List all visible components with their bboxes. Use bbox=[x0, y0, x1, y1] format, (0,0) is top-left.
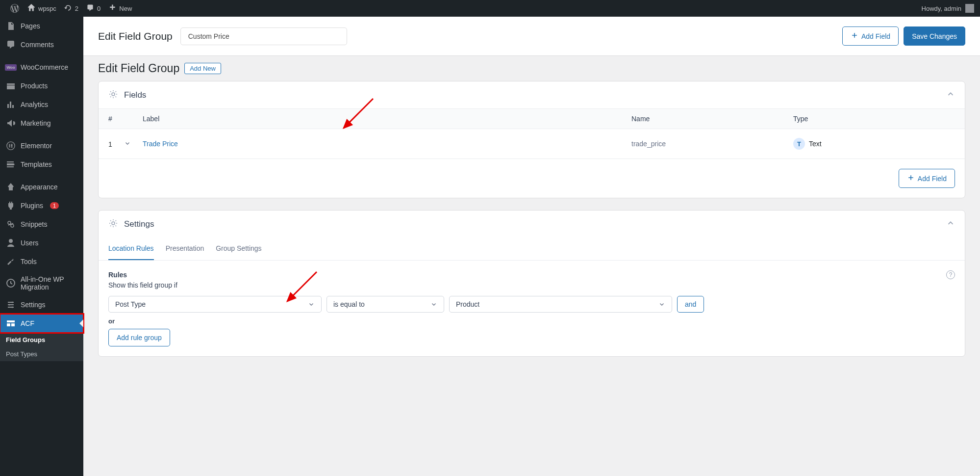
avatar bbox=[965, 4, 974, 13]
sidebar-item-elementor[interactable]: Elementor bbox=[0, 136, 83, 155]
sidebar-item-woocommerce[interactable]: WooWooCommerce bbox=[0, 58, 83, 77]
row-name: trade_price bbox=[631, 140, 793, 148]
site-name-link[interactable]: wpspc bbox=[24, 0, 60, 17]
fields-card: Fields # Label Name Type 1 Trade Price t… bbox=[98, 81, 965, 198]
sidebar-item-comments[interactable]: Comments bbox=[0, 35, 83, 54]
submenu-post-types[interactable]: Post Types bbox=[0, 347, 83, 361]
main-content: Edit Field Group Add Field Save Changes … bbox=[83, 17, 980, 383]
help-icon[interactable]: ? bbox=[946, 270, 955, 279]
tools-icon bbox=[6, 257, 16, 266]
gear-icon bbox=[108, 89, 118, 101]
admin-bar-left: wpspc 2 0 New bbox=[6, 0, 136, 17]
group-name-input[interactable] bbox=[180, 27, 347, 45]
comments-link[interactable]: 0 bbox=[82, 0, 104, 17]
rule-value-select[interactable]: Product bbox=[449, 296, 672, 313]
settings-card: Settings Location Rules Presentation Gro… bbox=[98, 210, 965, 357]
rule-row: Post Type is equal to Product and bbox=[108, 296, 955, 313]
chevron-down-icon[interactable] bbox=[124, 140, 131, 147]
svg-point-7 bbox=[112, 222, 115, 225]
sidebar-item-appearance[interactable]: Appearance bbox=[0, 178, 83, 196]
col-name: Name bbox=[631, 115, 793, 123]
rules-sublabel: Show this field group if bbox=[108, 281, 955, 289]
plus-icon bbox=[851, 31, 858, 41]
sidebar-item-templates[interactable]: Templates bbox=[0, 155, 83, 174]
admin-bar-right[interactable]: Howdy, admin bbox=[922, 4, 974, 13]
site-name: wpspc bbox=[38, 5, 56, 12]
sidebar-item-settings[interactable]: Settings bbox=[0, 295, 83, 314]
field-row[interactable]: 1 Trade Price trade_price TText bbox=[99, 129, 965, 159]
and-button[interactable]: and bbox=[677, 296, 704, 313]
col-type: Type bbox=[793, 115, 955, 123]
sidebar-item-acf[interactable]: ACF bbox=[0, 314, 83, 333]
comments-icon bbox=[6, 40, 16, 50]
updates-link[interactable]: 2 bbox=[60, 0, 82, 17]
settings-tabs: Location Rules Presentation Group Settin… bbox=[99, 238, 965, 261]
save-changes-button[interactable]: Save Changes bbox=[904, 26, 965, 46]
settings-card-header: Settings bbox=[99, 211, 965, 238]
collapse-toggle[interactable] bbox=[946, 90, 955, 100]
migration-icon bbox=[6, 278, 16, 288]
fields-card-header: Fields bbox=[99, 81, 965, 108]
tab-location-rules[interactable]: Location Rules bbox=[108, 238, 154, 260]
rule-operator-select[interactable]: is equal to bbox=[327, 296, 444, 313]
sidebar-item-marketing[interactable]: Marketing bbox=[0, 114, 83, 132]
sidebar-item-migration[interactable]: All-in-One WP Migration bbox=[0, 271, 83, 295]
admin-sidebar: Pages Comments WooWooCommerce Products A… bbox=[0, 17, 83, 383]
home-icon bbox=[27, 4, 35, 13]
analytics-icon bbox=[6, 100, 16, 109]
sidebar-item-products[interactable]: Products bbox=[0, 77, 83, 95]
wp-logo[interactable] bbox=[6, 0, 24, 17]
collapse-toggle[interactable] bbox=[946, 219, 955, 229]
sidebar-item-pages[interactable]: Pages bbox=[0, 17, 83, 35]
sidebar-item-plugins[interactable]: Plugins1 bbox=[0, 196, 83, 215]
fields-table-header: # Label Name Type bbox=[99, 108, 965, 129]
gear-icon bbox=[108, 218, 118, 230]
plugins-icon bbox=[6, 201, 16, 211]
chevron-down-icon bbox=[658, 301, 665, 308]
snippets-icon bbox=[6, 219, 16, 229]
acf-submenu: Field Groups Post Types bbox=[0, 333, 83, 361]
sidebar-item-users[interactable]: Users bbox=[0, 234, 83, 252]
tab-group-settings[interactable]: Group Settings bbox=[216, 238, 261, 260]
rules-heading: Rules bbox=[108, 271, 127, 279]
appearance-icon bbox=[6, 182, 16, 192]
tab-presentation[interactable]: Presentation bbox=[166, 238, 204, 260]
row-num: 1 bbox=[108, 140, 143, 148]
type-icon: T bbox=[793, 138, 805, 150]
add-rule-group-button[interactable]: Add rule group bbox=[108, 329, 170, 346]
svg-point-4 bbox=[12, 307, 13, 308]
settings-card-title: Settings bbox=[124, 219, 154, 229]
wordpress-icon bbox=[10, 3, 20, 13]
chevron-down-icon bbox=[308, 301, 315, 308]
updates-count: 2 bbox=[75, 5, 78, 12]
field-label-link[interactable]: Trade Price bbox=[143, 140, 178, 148]
pages-icon bbox=[6, 21, 16, 31]
svg-point-5 bbox=[112, 93, 115, 96]
add-new-button[interactable]: Add New bbox=[184, 63, 221, 74]
sidebar-item-snippets[interactable]: Snippets bbox=[0, 215, 83, 234]
sidebar-item-tools[interactable]: Tools bbox=[0, 252, 83, 271]
legacy-title: Edit Field Group bbox=[98, 62, 179, 75]
plus-icon bbox=[108, 4, 116, 13]
products-icon bbox=[6, 81, 16, 91]
rule-param-select[interactable]: Post Type bbox=[108, 296, 322, 313]
row-type: TText bbox=[793, 138, 955, 150]
comment-icon bbox=[86, 4, 94, 13]
col-label: Label bbox=[143, 115, 631, 123]
add-field-button[interactable]: Add Field bbox=[842, 26, 899, 46]
acf-icon bbox=[6, 318, 16, 328]
sidebar-item-analytics[interactable]: Analytics bbox=[0, 95, 83, 114]
new-link[interactable]: New bbox=[104, 0, 136, 17]
plugins-badge: 1 bbox=[50, 202, 59, 209]
users-icon bbox=[6, 238, 16, 248]
row-label: Trade Price bbox=[143, 140, 631, 148]
howdy-text: Howdy, admin bbox=[922, 5, 961, 12]
legacy-header: Edit Field Group Add New bbox=[83, 56, 980, 81]
fields-card-footer: Add Field bbox=[99, 159, 965, 198]
elementor-icon bbox=[6, 141, 16, 151]
marketing-icon bbox=[6, 118, 16, 128]
comments-count: 0 bbox=[97, 5, 101, 12]
add-field-button-bottom[interactable]: Add Field bbox=[899, 169, 955, 188]
submenu-field-groups[interactable]: Field Groups bbox=[0, 333, 83, 347]
settings-icon bbox=[6, 300, 16, 310]
